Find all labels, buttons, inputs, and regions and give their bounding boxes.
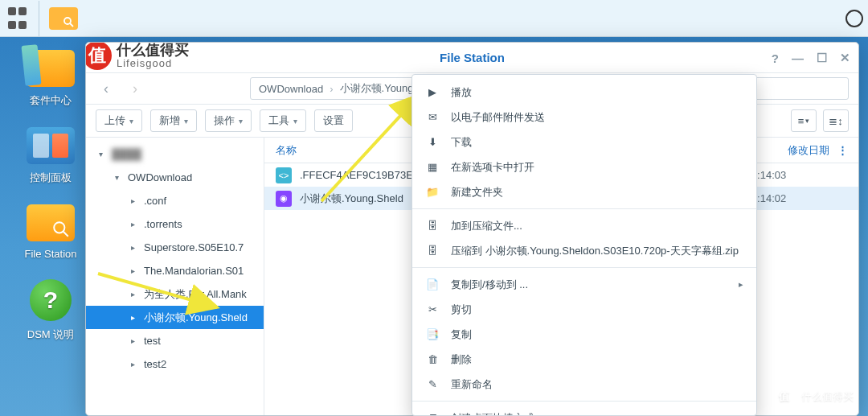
window-maximize-button[interactable]: ☐ xyxy=(817,51,827,65)
desktop-control-panel[interactable]: 控制面板 xyxy=(27,127,75,185)
window-close-button[interactable]: ✕ xyxy=(840,51,850,65)
ctx-separator xyxy=(412,401,756,402)
tree-label: OWDownload xyxy=(128,171,192,183)
svg-point-0 xyxy=(64,18,71,24)
svg-line-3 xyxy=(63,231,68,237)
svg-line-1 xyxy=(70,23,73,27)
folder-search-icon xyxy=(27,204,75,241)
move-icon: 📄 xyxy=(425,278,440,292)
tree-label: ████ xyxy=(112,148,141,160)
ctx-separator xyxy=(412,267,756,268)
ctx-download[interactable]: ⬇下载 xyxy=(412,130,756,154)
tree-label: .torrents xyxy=(144,218,182,230)
tree-label: test2 xyxy=(144,358,166,370)
play-icon: ▶ xyxy=(425,85,440,100)
caret-down-icon: ▾ xyxy=(239,117,243,126)
nav-forward-button[interactable]: › xyxy=(125,80,145,97)
ctx-copy[interactable]: 📑复制 xyxy=(412,322,756,347)
tree-label: 为全人类.For.All.Mank xyxy=(144,287,247,302)
tools-button[interactable]: 工具▾ xyxy=(260,109,306,132)
caret-right-icon: ▸ xyxy=(131,313,141,322)
column-date[interactable]: 修改日期 xyxy=(788,143,829,158)
caret-right-icon: ▸ xyxy=(131,360,141,369)
ctx-email[interactable]: ✉以电子邮件附件发送 xyxy=(412,105,756,130)
sort-button[interactable]: ≣↕ xyxy=(823,109,849,132)
tree-item-selected[interactable]: ▸小谢尔顿.Young.Sheld xyxy=(86,306,264,329)
file-type-icon: ◉ xyxy=(276,191,292,207)
desktop-package-center[interactable]: 套件中心 xyxy=(27,50,75,108)
desktop-dsm-help[interactable]: ? DSM 说明 xyxy=(27,279,75,342)
apps-grid-icon[interactable] xyxy=(5,6,29,31)
caret-right-icon: ▸ xyxy=(131,336,141,345)
smzdm-watermark: 值 什么值得买 xyxy=(772,385,854,408)
caret-down-icon: ▾ xyxy=(129,117,133,126)
ctx-compress-to[interactable]: 🗄压缩到 小谢尔顿.Young.Sheldon.S03E10.720p-天天字幕… xyxy=(412,238,756,263)
context-menu: ▶播放 ✉以电子邮件附件发送 ⬇下载 ▦在新选项卡中打开 📁新建文件夹 🗄加到压… xyxy=(411,74,757,416)
window-help-button[interactable]: ? xyxy=(772,51,779,65)
taskbar xyxy=(0,0,868,37)
breadcrumb-item[interactable]: OWDownload xyxy=(259,83,323,95)
mail-icon: ✉ xyxy=(425,110,440,125)
tree-item[interactable]: ▸.torrents xyxy=(86,212,264,236)
archive-icon: 🗄 xyxy=(425,219,440,233)
tree-item[interactable]: ▸.conf xyxy=(86,189,264,212)
archive-icon: 🗄 xyxy=(425,244,440,258)
new-folder-icon: 📁 xyxy=(425,185,440,200)
action-button[interactable]: 操作▾ xyxy=(205,109,252,132)
caret-right-icon: ▸ xyxy=(131,266,141,275)
desktop-label: File Station xyxy=(24,248,76,260)
upload-button[interactable]: 上传▾ xyxy=(96,109,142,132)
caret-right-icon: ▸ xyxy=(131,196,141,205)
tree-label: 小谢尔顿.Young.Sheld xyxy=(144,311,248,325)
caret-right-icon: ▸ xyxy=(131,243,141,252)
help-icon: ? xyxy=(30,279,72,321)
caret-down-icon: ▾ xyxy=(99,150,108,159)
caret-down-icon: ▾ xyxy=(184,117,188,126)
ctx-cut[interactable]: ✂剪切 xyxy=(412,297,756,322)
tree-label: test xyxy=(144,335,161,347)
watermark-text: 什么值得买 xyxy=(801,389,854,404)
view-list-button[interactable]: ≡▾ xyxy=(791,109,817,132)
breadcrumb-separator: › xyxy=(330,83,333,95)
tree-root[interactable]: ▾████ xyxy=(86,142,264,166)
ctx-copy-move[interactable]: 📄复制到/移动到 ...▸ xyxy=(412,272,756,297)
ctx-open-tab[interactable]: ▦在新选项卡中打开 xyxy=(412,154,756,179)
tree-item-owdownload[interactable]: ▾OWDownload xyxy=(86,166,264,189)
ctx-rename[interactable]: ✎重新命名 xyxy=(412,372,756,397)
caret-down-icon: ▾ xyxy=(115,173,125,182)
taskbar-right xyxy=(845,0,863,37)
caret-right-icon: ▸ xyxy=(131,290,141,299)
tree-item[interactable]: ▸为全人类.For.All.Mank xyxy=(86,282,264,306)
ctx-shortcut[interactable]: 🖥创建桌面快捷方式 xyxy=(412,406,756,416)
chevron-right-icon: ▸ xyxy=(739,279,743,290)
cut-icon: ✂ xyxy=(425,303,440,317)
nav-back-button[interactable]: ‹ xyxy=(96,80,117,97)
desktop-label: 控制面板 xyxy=(30,171,72,185)
tree-label: The.Mandalorian.S01 xyxy=(144,265,244,277)
caret-right-icon: ▸ xyxy=(131,220,141,229)
tree-item[interactable]: ▸test2 xyxy=(86,352,264,376)
chat-bubble-icon[interactable] xyxy=(845,10,863,27)
column-options-icon[interactable]: ⋮ xyxy=(837,144,849,156)
tree-item[interactable]: ▸The.Mandalorian.S01 xyxy=(86,259,264,282)
ctx-new-folder[interactable]: 📁新建文件夹 xyxy=(412,179,756,204)
tree-item[interactable]: ▸Superstore.S05E10.7 xyxy=(86,236,264,259)
trash-icon: 🗑 xyxy=(425,352,440,367)
new-button[interactable]: 新增▾ xyxy=(150,109,197,132)
window-title: File Station xyxy=(440,51,505,64)
new-tab-icon: ▦ xyxy=(425,160,440,175)
desktop-label: DSM 说明 xyxy=(27,327,75,342)
folder-tree: ▾████ ▾OWDownload ▸.conf ▸.torrents ▸Sup… xyxy=(86,138,264,415)
window-minimize-button[interactable]: — xyxy=(792,51,804,65)
ctx-add-archive[interactable]: 🗄加到压缩文件... xyxy=(412,213,756,238)
tree-item[interactable]: ▸test xyxy=(86,329,264,352)
desktop-icons: 套件中心 控制面板 File Station ? DSM 说明 xyxy=(14,50,87,342)
ctx-delete[interactable]: 🗑删除 xyxy=(412,347,756,372)
desktop-label: 套件中心 xyxy=(30,93,72,108)
taskbar-filestation-icon[interactable] xyxy=(49,7,78,30)
settings-button[interactable]: 设置 xyxy=(314,109,353,132)
ctx-separator xyxy=(412,208,756,209)
desktop-file-station[interactable]: File Station xyxy=(24,204,76,260)
ctx-play[interactable]: ▶播放 xyxy=(412,80,756,105)
caret-down-icon: ▾ xyxy=(293,117,297,126)
